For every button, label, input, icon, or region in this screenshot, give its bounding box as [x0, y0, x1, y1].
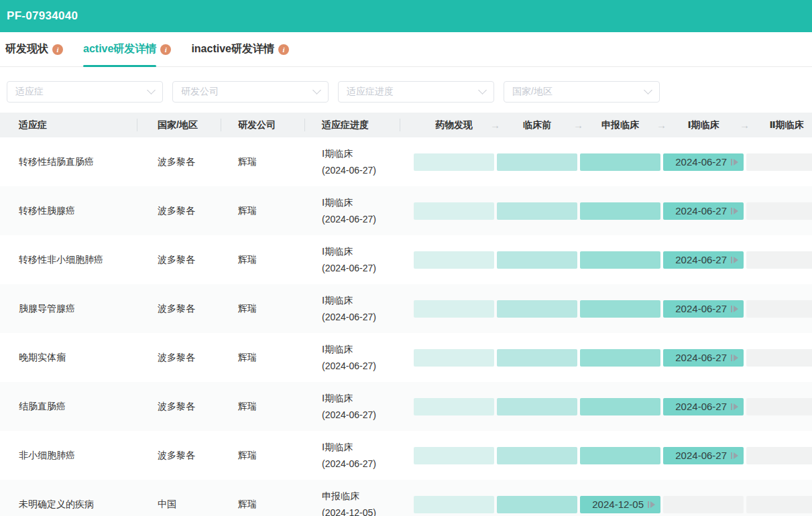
- cell-company: 辉瑞: [221, 254, 305, 266]
- info-icon[interactable]: i: [52, 44, 63, 55]
- info-icon[interactable]: i: [160, 44, 171, 55]
- cell-indication: 未明确定义的疾病: [0, 499, 137, 511]
- cell-company: 辉瑞: [221, 303, 305, 315]
- filter-select-region[interactable]: 国家/地区: [504, 81, 660, 103]
- cell-region: 波多黎各: [137, 254, 221, 266]
- phase-bar-current[interactable]: 2024-06-27: [663, 202, 744, 220]
- phase-bar-future: [746, 300, 812, 318]
- phase-bar-completed: [580, 300, 660, 318]
- app-window: PF-07934040 研发现状iactive研发详情iinactive研发详情…: [0, 0, 812, 516]
- expand-step-icon[interactable]: [731, 257, 739, 263]
- phase-date-label: 2024-06-27: [675, 450, 727, 461]
- table-row: 晚期实体瘤波多黎各辉瑞Ⅰ期临床(2024-06-27)2024-06-27: [0, 333, 812, 382]
- stage-date: (2024-06-27): [322, 358, 400, 375]
- cell-indication: 结肠直肠癌: [0, 401, 137, 413]
- column-header-company: 研发公司: [221, 113, 305, 137]
- phase-bar-completed: [580, 251, 660, 269]
- phase-bar-completed: [580, 447, 660, 464]
- tab-rd-status[interactable]: 研发现状i: [5, 32, 63, 66]
- phase-bar-completed: [414, 251, 494, 269]
- table-header: 适应症国家/地区研发公司适应症进度药物发现→临床前→申报临床→Ⅰ期临床→Ⅱ期临床: [0, 113, 812, 137]
- table-row: 结肠直肠癌波多黎各辉瑞Ⅰ期临床(2024-06-27)2024-06-27: [0, 382, 812, 431]
- phase-header: Ⅱ期临床: [745, 119, 812, 131]
- phase-bar-future: [746, 447, 812, 464]
- expand-step-icon[interactable]: [731, 452, 739, 459]
- phase-bar-current[interactable]: 2024-06-27: [663, 153, 744, 171]
- phase-header: 申报临床→: [579, 119, 662, 131]
- phase-bar-completed: [414, 398, 494, 415]
- phase-bar-completed: [497, 349, 577, 367]
- phase-bar-current[interactable]: 2024-06-27: [663, 398, 744, 415]
- phase-bar-completed: [497, 153, 577, 171]
- phase-date-label: 2024-06-27: [675, 205, 727, 216]
- phase-progress-bar: 2024-06-27: [400, 153, 812, 171]
- stage-date: (2024-12-05): [322, 505, 400, 516]
- cell-progress: Ⅰ期临床(2024-06-27): [305, 194, 400, 228]
- phase-header: 临床前→: [496, 119, 579, 131]
- filter-select-company[interactable]: 研发公司: [172, 81, 329, 103]
- expand-step-icon[interactable]: [648, 501, 656, 508]
- phase-bar-completed: [497, 251, 577, 269]
- chevron-down-icon: [644, 86, 652, 94]
- cell-indication: 非小细胞肺癌: [0, 450, 137, 462]
- phase-progress-bar: 2024-06-27: [400, 398, 812, 415]
- tab-label: 研发现状: [5, 42, 48, 56]
- filter-select-progress[interactable]: 适应症进度: [338, 81, 494, 103]
- phase-date-label: 2024-06-27: [675, 401, 727, 412]
- phase-bar-completed: [497, 300, 577, 318]
- column-header-indication: 适应症: [0, 113, 137, 137]
- info-icon[interactable]: i: [278, 44, 289, 55]
- expand-step-icon[interactable]: [731, 354, 739, 361]
- cell-progress: Ⅰ期临床(2024-06-27): [305, 145, 400, 179]
- phase-bar-completed: [580, 398, 660, 415]
- filter-placeholder: 适应症: [15, 86, 44, 98]
- phase-bar-future: [746, 398, 812, 415]
- expand-step-icon[interactable]: [731, 306, 739, 312]
- tab-active-rd-detail[interactable]: active研发详情i: [83, 32, 171, 66]
- cell-company: 辉瑞: [221, 450, 305, 462]
- table-body: 转移性结肠直肠癌波多黎各辉瑞Ⅰ期临床(2024-06-27)2024-06-27…: [0, 137, 812, 516]
- cell-indication: 转移性非小细胞肺癌: [0, 254, 137, 266]
- phase-progress-bar: 2024-06-27: [400, 300, 812, 318]
- phase-bar-current[interactable]: 2024-06-27: [663, 300, 744, 318]
- phase-bar-completed: [580, 202, 660, 220]
- phase-date-label: 2024-06-27: [675, 352, 727, 363]
- phase-bar-completed: [414, 202, 494, 220]
- phase-bar-current[interactable]: 2024-06-27: [663, 447, 744, 464]
- expand-step-icon[interactable]: [731, 208, 739, 214]
- tab-inactive-rd-detail[interactable]: inactive研发详情i: [191, 32, 289, 66]
- table-row: 胰腺导管腺癌波多黎各辉瑞Ⅰ期临床(2024-06-27)2024-06-27: [0, 284, 812, 333]
- filter-bar: 适应症研发公司适应症进度国家/地区: [0, 67, 812, 113]
- stage-name: Ⅰ期临床: [322, 390, 400, 407]
- phase-bar-current[interactable]: 2024-12-05: [580, 496, 660, 513]
- stage-name: Ⅰ期临床: [322, 243, 400, 260]
- phase-date-label: 2024-06-27: [675, 303, 727, 314]
- chevron-down-icon: [312, 86, 321, 94]
- expand-step-icon[interactable]: [731, 403, 739, 410]
- phase-bar-completed: [414, 496, 494, 513]
- phase-bar-future: [746, 251, 812, 269]
- filter-select-indication[interactable]: 适应症: [7, 81, 163, 103]
- phase-bar-current[interactable]: 2024-06-27: [663, 349, 744, 367]
- cell-region: 波多黎各: [137, 352, 221, 364]
- stage-date: (2024-06-27): [322, 456, 400, 472]
- phase-bar-future: [746, 202, 812, 220]
- phase-bar-completed: [580, 349, 660, 367]
- stage-name: 申报临床: [322, 488, 400, 505]
- filter-placeholder: 适应症进度: [347, 86, 394, 98]
- cell-region: 波多黎各: [137, 450, 221, 462]
- stage-name: Ⅰ期临床: [322, 145, 400, 162]
- phase-bar-current[interactable]: 2024-06-27: [663, 251, 744, 269]
- phase-bar-future: [746, 496, 812, 513]
- phase-date-label: 2024-06-27: [675, 156, 727, 168]
- stage-date: (2024-06-27): [322, 407, 400, 424]
- chevron-down-icon: [147, 86, 156, 94]
- cell-progress: Ⅰ期临床(2024-06-27): [305, 292, 400, 326]
- expand-step-icon[interactable]: [731, 159, 739, 166]
- stage-date: (2024-06-27): [322, 309, 400, 326]
- stage-name: Ⅰ期临床: [322, 439, 400, 456]
- tab-bar: 研发现状iactive研发详情iinactive研发详情i: [0, 32, 812, 67]
- cell-region: 波多黎各: [137, 156, 221, 168]
- cell-indication: 胰腺导管腺癌: [0, 303, 137, 315]
- phase-header-group: 药物发现→临床前→申报临床→Ⅰ期临床→Ⅱ期临床: [400, 113, 812, 137]
